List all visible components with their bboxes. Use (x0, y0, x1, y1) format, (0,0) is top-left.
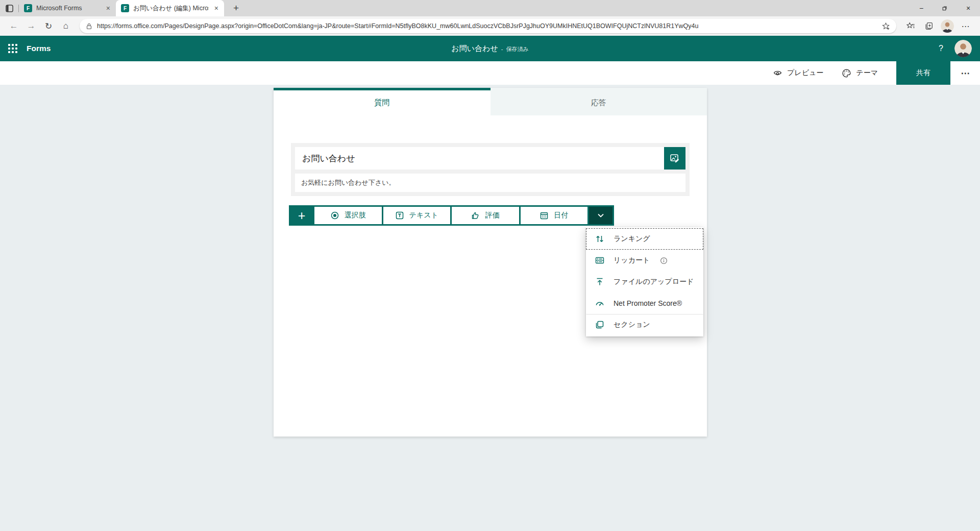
question-type-menu: ランキング リッカート (586, 227, 703, 336)
account-avatar[interactable] (954, 40, 972, 57)
rating-label: 評価 (485, 211, 500, 220)
browser-toolbar: ← → ↻ ⌂ (0, 16, 980, 36)
tab-close-button[interactable]: × (213, 4, 220, 12)
add-question-toolbar: + 選択肢 テキスト 評価 (289, 205, 614, 226)
theme-button[interactable]: テーマ (842, 68, 878, 78)
document-title: お問い合わせ - 保存済み (451, 44, 528, 54)
minimize-button[interactable]: − (910, 0, 933, 16)
window-controls: − × (910, 0, 980, 16)
eye-icon (773, 68, 782, 78)
menu-item-label: セクション (614, 320, 650, 329)
home-button[interactable]: ⌂ (58, 18, 74, 34)
designer-tabs: 質問 応答 (274, 88, 707, 115)
document-title-text: お問い合わせ (451, 44, 498, 54)
collections-icon (924, 21, 934, 31)
help-button[interactable]: ? (939, 44, 943, 53)
tab-questions[interactable]: 質問 (274, 88, 491, 115)
form-action-bar: プレビュー テーマ 共有 ⋯ (0, 61, 980, 85)
collections-button[interactable] (921, 18, 937, 34)
browser-tab-design-page[interactable]: F お問い合わせ (編集) Microsoft For × (116, 0, 224, 16)
menu-item-likert[interactable]: リッカート (586, 250, 703, 271)
menu-item-label: ファイルのアップロード (614, 277, 694, 286)
tab-responses[interactable]: 応答 (491, 88, 707, 115)
save-status: 保存済み (506, 45, 528, 53)
menu-item-label: リッカート (614, 256, 650, 265)
calendar-icon (540, 211, 549, 220)
close-window-button[interactable]: × (957, 0, 980, 16)
browser-profile-button[interactable] (939, 18, 955, 34)
waffle-icon (8, 44, 17, 53)
form-header-block[interactable] (291, 143, 690, 196)
bookmark-add-icon[interactable] (881, 22, 890, 31)
app-launcher-button[interactable] (0, 36, 26, 61)
menu-item-label: Net Promoter Score® (614, 299, 682, 307)
tab-title: Microsoft Forms (36, 5, 101, 12)
more-question-types-button[interactable] (589, 207, 612, 224)
question-type-choice-button[interactable]: 選択肢 (314, 207, 382, 224)
info-icon[interactable] (660, 257, 668, 264)
likert-icon (595, 255, 605, 266)
menu-item-ranking[interactable]: ランキング (586, 228, 703, 250)
page-background: 質問 応答 + (0, 85, 980, 531)
forms-favicon: F (121, 4, 129, 12)
favorites-button[interactable] (902, 18, 919, 34)
form-designer-card: 質問 応答 + (274, 88, 707, 437)
new-tab-button[interactable]: + (230, 3, 242, 14)
insert-image-button[interactable] (664, 147, 685, 170)
choice-label: 選択肢 (345, 211, 366, 220)
refresh-button[interactable]: ↻ (41, 18, 56, 34)
theme-label: テーマ (856, 68, 878, 78)
radio-icon (330, 211, 339, 220)
image-edit-icon (669, 153, 680, 164)
gauge-icon (595, 298, 605, 308)
form-title-input[interactable] (295, 147, 664, 170)
menu-item-label: ランキング (614, 234, 650, 244)
upload-icon (595, 277, 605, 287)
tab-close-button[interactable]: × (105, 4, 112, 12)
browser-tab-forms-home[interactable]: F Microsoft Forms × (19, 0, 116, 16)
preview-label: プレビュー (787, 68, 823, 78)
question-type-date-button[interactable]: 日付 (521, 207, 588, 224)
tab-title: お問い合わせ (編集) Microsoft For (133, 4, 209, 13)
restore-icon (942, 5, 948, 11)
forward-button[interactable]: → (23, 18, 39, 34)
date-label: 日付 (554, 211, 568, 220)
lock-icon (86, 22, 92, 30)
form-more-button[interactable]: ⋯ (950, 68, 980, 79)
section-icon (595, 320, 605, 330)
url-input[interactable] (97, 22, 877, 30)
browser-titlebar: F Microsoft Forms × F お問い合わせ (編集) Micros… (0, 0, 980, 16)
back-button[interactable]: ← (6, 18, 21, 34)
menu-item-nps[interactable]: Net Promoter Score® (586, 293, 703, 314)
title-separator: - (501, 46, 503, 52)
menu-item-section[interactable]: セクション (586, 314, 703, 335)
thumbs-up-icon (471, 211, 480, 220)
ranking-icon (595, 234, 605, 244)
tab-workspaces-button[interactable] (0, 0, 18, 16)
chevron-down-icon (597, 211, 605, 220)
favorites-icon (906, 21, 915, 31)
preview-button[interactable]: プレビュー (773, 68, 823, 78)
text-icon (395, 211, 404, 220)
add-question-button[interactable]: + (290, 207, 313, 224)
restore-button[interactable] (933, 0, 957, 16)
forms-app-header: Forms お問い合わせ - 保存済み ? (0, 36, 980, 61)
menu-item-file-upload[interactable]: ファイルのアップロード (586, 271, 703, 293)
form-description-input[interactable] (295, 174, 685, 192)
brand-name: Forms (27, 44, 51, 53)
share-button[interactable]: 共有 (896, 61, 950, 85)
workspaces-icon (5, 4, 14, 13)
browser-settings-button[interactable]: ⋯ (958, 18, 974, 34)
text-label: テキスト (409, 211, 438, 220)
question-type-rating-button[interactable]: 評価 (452, 207, 519, 224)
question-type-text-button[interactable]: テキスト (383, 207, 451, 224)
address-bar[interactable] (80, 19, 896, 33)
palette-icon (842, 68, 851, 78)
ellipsis-icon: ⋯ (962, 21, 970, 31)
profile-avatar (941, 19, 954, 33)
forms-favicon: F (24, 4, 32, 12)
